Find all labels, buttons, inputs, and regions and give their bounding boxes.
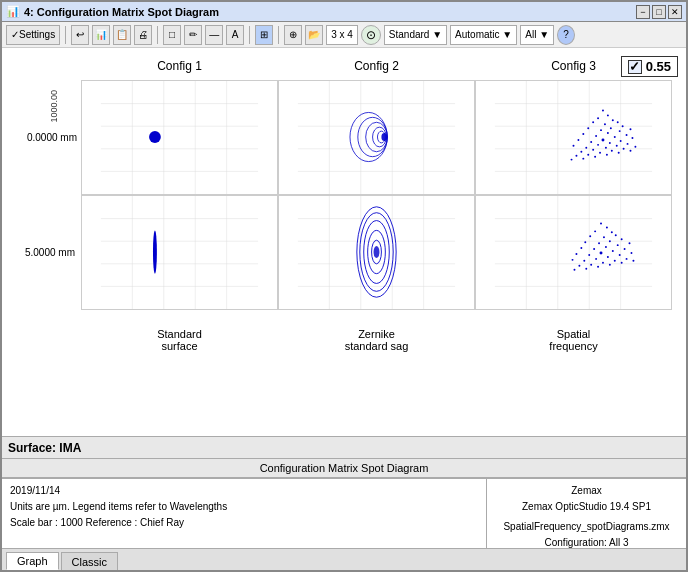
svg-point-122 xyxy=(575,253,577,255)
info-right: Zemax Zemax OpticStudio 19.4 SP1 Spatial… xyxy=(486,479,686,548)
info-line1: Units are µm. Legend items refer to Wave… xyxy=(10,499,478,515)
zemax-file: SpatialFrequency_spotDiagrams.zmx xyxy=(495,519,678,535)
svg-point-45 xyxy=(619,130,621,132)
surface-label-text: Surface: IMA xyxy=(8,441,81,455)
toolbar-icon-3[interactable]: 📋 xyxy=(113,25,131,45)
toolbar-icon-9[interactable]: ⊕ xyxy=(284,25,302,45)
window-icon: 📊 xyxy=(6,5,20,18)
toolbar-icon-8[interactable]: A xyxy=(226,25,244,45)
svg-point-120 xyxy=(617,244,619,246)
main-window: 📊 4: Configuration Matrix Spot Diagram −… xyxy=(0,0,688,572)
svg-point-35 xyxy=(592,121,594,123)
settings-button[interactable]: ✓ Settings xyxy=(6,25,60,45)
tab-classic[interactable]: Classic xyxy=(61,552,118,570)
svg-point-39 xyxy=(600,129,602,131)
svg-point-54 xyxy=(597,144,599,146)
standard-dropdown[interactable]: Standard ▼ xyxy=(384,25,447,45)
svg-point-114 xyxy=(598,242,600,244)
close-button[interactable]: ✕ xyxy=(668,5,682,19)
info-date: 2019/11/14 xyxy=(10,483,478,499)
toolbar-separator-4 xyxy=(278,26,279,44)
toolbar-separator-3 xyxy=(249,26,250,44)
svg-point-138 xyxy=(574,269,576,271)
standard-label: Standard ▼ xyxy=(389,29,442,40)
toolbar-icon-6[interactable]: ✏ xyxy=(184,25,202,45)
maximize-button[interactable]: □ xyxy=(652,5,666,19)
svg-point-124 xyxy=(600,252,603,255)
plot-cell-1-3 xyxy=(475,80,672,195)
svg-point-141 xyxy=(609,264,611,266)
minimize-button[interactable]: − xyxy=(636,5,650,19)
plot-cell-2-3 xyxy=(475,195,672,310)
svg-point-107 xyxy=(606,226,608,228)
toolbar-icon-4[interactable]: 🖨 xyxy=(134,25,152,45)
toolbar-icon-1[interactable]: ↩ xyxy=(71,25,89,45)
svg-point-125 xyxy=(612,250,614,252)
all-dropdown[interactable]: All ▼ xyxy=(520,25,554,45)
toolbar-separator-1 xyxy=(65,26,66,44)
col-header-2: Config 2 xyxy=(278,52,475,80)
svg-point-57 xyxy=(631,137,633,139)
corner-empty xyxy=(6,52,81,80)
svg-point-56 xyxy=(620,140,622,142)
toolbar-icon-10[interactable]: 📂 xyxy=(305,25,323,45)
svg-point-110 xyxy=(589,235,591,237)
help-button[interactable]: ? xyxy=(557,25,575,45)
surface-label: Surface: IMA xyxy=(2,436,686,458)
svg-point-106 xyxy=(600,223,602,225)
svg-point-42 xyxy=(582,133,584,135)
svg-point-31 xyxy=(602,109,604,111)
svg-point-134 xyxy=(590,264,592,266)
toolbar-icon-g[interactable]: ⊙ xyxy=(361,25,381,45)
svg-point-64 xyxy=(587,154,589,156)
svg-point-49 xyxy=(602,138,605,141)
svg-point-109 xyxy=(611,231,613,233)
svg-point-111 xyxy=(603,236,605,238)
toolbar-icon-7[interactable]: — xyxy=(205,25,223,45)
svg-point-136 xyxy=(614,260,616,262)
svg-point-38 xyxy=(587,127,589,129)
svg-point-41 xyxy=(622,125,624,127)
scale-value: 0.55 xyxy=(646,59,671,74)
svg-point-132 xyxy=(630,252,632,254)
svg-point-53 xyxy=(585,147,587,149)
automatic-dropdown[interactable]: Automatic ▼ xyxy=(450,25,517,45)
col-footer-2: Zernike standard sag xyxy=(278,310,475,365)
zemax-product: Zemax OpticStudio 19.4 SP1 xyxy=(495,499,678,515)
grid-size-dropdown[interactable]: 3 x 4 xyxy=(326,25,358,45)
svg-point-46 xyxy=(630,128,632,130)
svg-point-127 xyxy=(572,259,574,261)
row-label-2: 5.0000 mm xyxy=(6,195,81,310)
row-label-text-2: 5.0000 mm xyxy=(25,247,75,258)
svg-point-74 xyxy=(630,150,632,152)
svg-point-130 xyxy=(607,256,609,258)
svg-point-59 xyxy=(592,149,594,151)
col-footer-1: Standard surface xyxy=(81,310,278,365)
svg-point-66 xyxy=(611,150,613,152)
footer-corner xyxy=(6,310,81,365)
zemax-brand: Zemax xyxy=(495,483,678,499)
svg-point-22 xyxy=(381,133,387,141)
svg-point-71 xyxy=(594,156,596,158)
plot-cell-2-1 xyxy=(81,195,278,310)
settings-label: Settings xyxy=(19,29,55,40)
grid-view-button[interactable]: ⊞ xyxy=(255,25,273,45)
tab-graph[interactable]: Graph xyxy=(6,552,59,570)
settings-check-icon: ✓ xyxy=(11,29,19,40)
scale-checkbox[interactable]: ✓ xyxy=(628,60,642,74)
svg-point-67 xyxy=(623,148,625,150)
svg-point-129 xyxy=(595,258,597,260)
svg-point-126 xyxy=(624,248,626,250)
col-header-1: Config 1 xyxy=(81,52,278,80)
plot-cell-1-1 xyxy=(81,80,278,195)
scale-badge: ✓ 0.55 xyxy=(621,56,678,77)
svg-point-113 xyxy=(584,241,586,243)
toolbar-icon-5[interactable]: □ xyxy=(163,25,181,45)
svg-point-116 xyxy=(621,238,623,240)
info-area: 2019/11/14 Units are µm. Legend items re… xyxy=(2,478,686,548)
svg-point-36 xyxy=(604,123,606,125)
toolbar-icon-2[interactable]: 📊 xyxy=(92,25,110,45)
automatic-label: Automatic ▼ xyxy=(455,29,512,40)
svg-point-60 xyxy=(605,147,607,149)
info-line2: Scale bar : 1000 Reference : Chief Ray xyxy=(10,515,478,531)
